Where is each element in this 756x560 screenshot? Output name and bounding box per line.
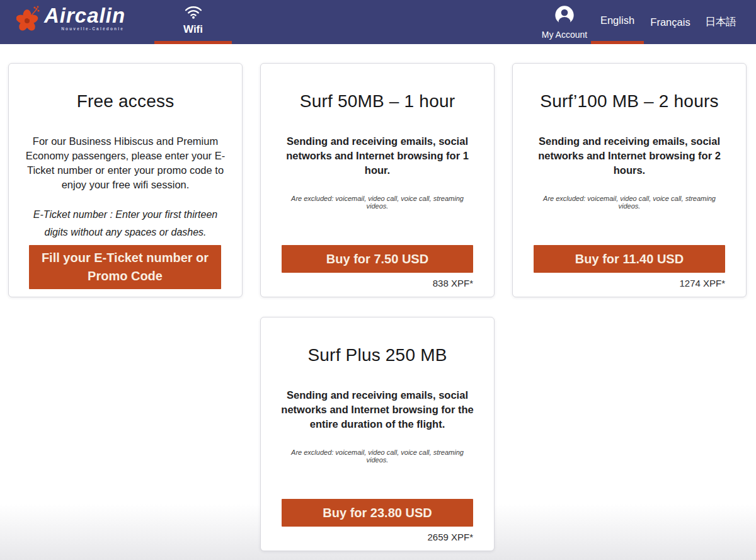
buy-button-50mb[interactable]: Buy for 7.50 USD <box>282 245 473 273</box>
top-navbar: Aircalin Nouvelle-Calédonie Wifi My Acco… <box>0 0 756 44</box>
wifi-icon <box>185 6 202 21</box>
card-title: Surf’100 MB – 2 hours <box>513 91 746 111</box>
brand-name: Aircalin <box>44 4 125 27</box>
tab-wifi[interactable]: Wifi <box>154 0 232 44</box>
brand-tagline: Nouvelle-Calédonie <box>61 26 124 31</box>
account-icon <box>554 5 575 28</box>
card-surf-50mb: Surf 50MB – 1 hour Sending and receiving… <box>260 63 495 297</box>
language-japanese-label: 日本語 <box>705 15 736 29</box>
my-account-label: My Account <box>542 30 587 40</box>
fill-eticket-button[interactable]: Fill your E-Ticket number or Promo Code <box>29 245 221 289</box>
card-surf-plus-250mb: Surf Plus 250 MB Sending and receiving e… <box>260 317 495 551</box>
exclusions-note: Are excluded: voicemail, video call, voi… <box>532 195 727 210</box>
language-english[interactable]: English <box>591 0 644 44</box>
aircalin-logo[interactable]: Aircalin Nouvelle-Calédonie <box>16 4 125 37</box>
buy-button-100mb[interactable]: Buy for 11.40 USD <box>534 245 725 273</box>
card-description: Sending and receiving emails, social net… <box>529 134 730 178</box>
instruction-line-1: E-Ticket number : Enter your first thirt… <box>20 206 231 241</box>
card-free-access: Free access For our Business Hibiscus an… <box>8 63 243 297</box>
exclusions-note: Are excluded: voicemail, video call, voi… <box>280 195 475 210</box>
price-xpf: 2659 XPF* <box>427 532 473 542</box>
card-title: Free access <box>9 91 242 111</box>
price-xpf: 838 XPF* <box>433 278 473 289</box>
language-francais[interactable]: Français <box>644 0 697 44</box>
hibiscus-flower-icon <box>16 6 42 37</box>
wifi-tab-label: Wifi <box>183 23 203 36</box>
card-description: Sending and receiving emails, social net… <box>277 134 478 178</box>
language-francais-label: Français <box>650 16 690 28</box>
buy-button-250mb[interactable]: Buy for 23.80 USD <box>282 499 473 527</box>
price-xpf: 1274 XPF* <box>679 278 725 289</box>
my-account-button[interactable]: My Account <box>539 0 590 44</box>
card-description: Sending and receiving emails, social net… <box>277 388 478 431</box>
language-japanese[interactable]: 日本語 <box>698 0 743 44</box>
card-title: Surf Plus 250 MB <box>261 345 494 365</box>
card-title: Surf 50MB – 1 hour <box>261 91 494 111</box>
language-english-label: English <box>600 14 634 26</box>
exclusions-note: Are excluded: voicemail, video call, voi… <box>280 449 475 464</box>
card-surf-100mb: Surf’100 MB – 2 hours Sending and receiv… <box>512 63 747 297</box>
card-description: For our Business Hibiscus and Premium Ec… <box>25 134 226 192</box>
wifi-plans-grid: Free access For our Business Hibiscus an… <box>8 63 747 551</box>
